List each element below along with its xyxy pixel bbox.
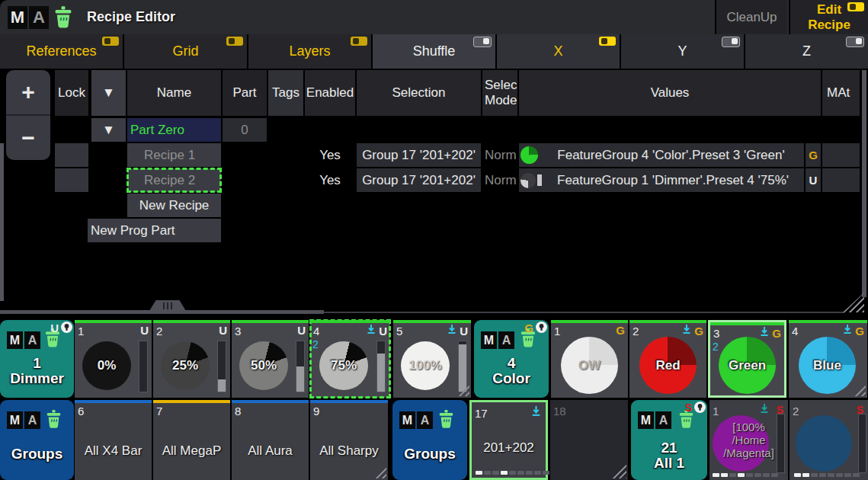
- tab-references[interactable]: References: [0, 34, 123, 69]
- row-part-zero-expand[interactable]: ▼: [91, 118, 126, 142]
- lightbulb-icon: [61, 322, 72, 336]
- row-recipe1-values[interactable]: FeatureGroup 4 'Color'.Preset 3 'Green': [519, 143, 804, 167]
- ma-logo-m: M: [7, 411, 23, 429]
- row-recipe2-name[interactable]: Recipe 2: [127, 168, 221, 192]
- row-recipe1-enabled[interactable]: Yes: [305, 143, 355, 167]
- trash-icon[interactable]: [437, 409, 456, 432]
- ma-logo-a: A: [29, 6, 49, 29]
- row-recipe1-selection[interactable]: Group 17 '201+202': [357, 143, 481, 167]
- preset-tile-color-red[interactable]: 2 G Red: [629, 320, 706, 398]
- pool-resize-handle[interactable]: [371, 463, 386, 478]
- group-label: All Aura: [232, 443, 309, 459]
- preset-circle: 50%: [239, 341, 288, 390]
- col-header-part: Part: [223, 70, 267, 116]
- pool-groups1-name: Groups: [0, 446, 74, 462]
- table-left-scrollbar[interactable]: [0, 143, 4, 301]
- preset-tile-color-blue[interactable]: 4 G Blue: [789, 320, 867, 398]
- row-recipe1-lock[interactable]: [55, 143, 88, 167]
- group-number: 17: [475, 407, 488, 420]
- group-tile-8[interactable]: 8 All Aura: [232, 400, 309, 480]
- fixture-indicator-dots: [713, 473, 778, 477]
- edit-recipe-button[interactable]: Edit Recipe: [789, 0, 868, 34]
- row-new-prog-part[interactable]: New Prog Part: [88, 219, 221, 242]
- preset-badge: U: [379, 325, 387, 338]
- preset-tile-color-ow[interactable]: 1 G OW: [551, 320, 628, 398]
- preset-tile-dimmer-1[interactable]: 1 U 0%: [75, 320, 152, 398]
- pool-header-groups-1[interactable]: MA Groups: [0, 400, 74, 480]
- col-header-tags: Tags: [268, 70, 303, 116]
- table-bottom-scrollbar-handle[interactable]: [149, 300, 186, 311]
- sequence-tile-1[interactable]: 1 S [100% /Home /Magenta]: [709, 400, 788, 480]
- preset-tile-color-green[interactable]: 3 G 2 Green: [708, 320, 786, 398]
- sequence-fader: [777, 414, 785, 473]
- tab-grid-toggle-icon: [226, 37, 243, 46]
- group-number: 7: [156, 405, 162, 418]
- pool-header-sequences[interactable]: MA S 21 All 1: [631, 400, 707, 480]
- pool-header-dimmer[interactable]: MA U 1 Dimmer: [0, 320, 74, 398]
- table-resize-handle[interactable]: [843, 293, 864, 312]
- preset-label: 100%: [408, 358, 441, 373]
- preset-fader: [376, 341, 386, 392]
- ma-logo-a: A: [655, 411, 671, 429]
- col-header-enabled: Enabled: [305, 70, 355, 116]
- trash-icon[interactable]: [44, 409, 63, 432]
- pool-groups2-name: Groups: [392, 446, 467, 462]
- lightbulb-icon: [536, 322, 547, 336]
- sequence-fader: [858, 414, 866, 473]
- sequence-circle: [796, 415, 852, 472]
- remove-row-button[interactable]: −: [6, 116, 50, 160]
- col-header-expand[interactable]: ▼: [91, 70, 126, 116]
- tab-x-toggle-icon: [599, 37, 616, 46]
- table-right-scrollbar[interactable]: [862, 70, 866, 297]
- ma-logo-m: M: [399, 411, 415, 429]
- pool-resize-handle[interactable]: [850, 381, 866, 396]
- cleanup-button[interactable]: CleanUp: [715, 0, 787, 34]
- tab-y[interactable]: Y: [621, 34, 744, 69]
- row-recipe1-matricks[interactable]: [822, 143, 860, 167]
- pool-header-groups-2[interactable]: MA Groups: [392, 400, 467, 480]
- row-recipe1-name[interactable]: Recipe 1: [127, 143, 221, 167]
- group-tile-17[interactable]: 17 201+202: [469, 400, 548, 480]
- trash-icon[interactable]: [52, 5, 75, 32]
- row-recipe2-values[interactable]: FeatureGroup 1 'Dimmer'.Preset 4 '75%': [519, 168, 804, 192]
- group-tile-18-empty[interactable]: 18: [550, 400, 628, 480]
- row-recipe1-sel-mode[interactable]: Norm: [482, 143, 517, 167]
- row-recipe2-enabled[interactable]: Yes: [305, 168, 355, 192]
- preset-circle: 25%: [161, 341, 210, 390]
- col-header-lock: Lock: [55, 70, 88, 116]
- pool-resize-handle[interactable]: [610, 462, 626, 478]
- add-row-button[interactable]: +: [6, 70, 50, 116]
- download-icon: [759, 403, 770, 417]
- preset-tile-dimmer-5[interactable]: 5 U 100%: [393, 320, 471, 398]
- tab-layers[interactable]: Layers: [248, 34, 371, 69]
- pool-header-color[interactable]: MA G 4 Color: [474, 320, 549, 398]
- group-number: 8: [235, 405, 241, 418]
- ma-logo: MA: [638, 411, 671, 429]
- preset-fader: [139, 341, 148, 392]
- preset-tile-dimmer-3[interactable]: 3 U 50%: [232, 320, 309, 398]
- group-tile-6[interactable]: 6 All X4 Bar: [75, 400, 152, 480]
- pool-sequences-badge: S: [685, 402, 692, 414]
- row-recipe2-matricks[interactable]: [822, 168, 860, 192]
- preset-circle: 100%: [401, 341, 450, 390]
- group-tile-9[interactable]: 9 All Sharpy: [310, 400, 388, 480]
- row-part-zero-part[interactable]: 0: [223, 118, 267, 142]
- preset-tile-dimmer-2[interactable]: 2 U 25%: [153, 320, 230, 398]
- preset-label: OW: [578, 358, 601, 373]
- tab-z[interactable]: Z: [745, 34, 868, 69]
- preset-badge: G: [694, 325, 703, 338]
- preset-number: 1: [78, 325, 84, 338]
- sequence-tile-2[interactable]: 2 S: [790, 400, 868, 480]
- row-part-zero-name[interactable]: Part Zero: [127, 118, 221, 142]
- group-tile-7[interactable]: 7 All MegaP: [153, 400, 230, 480]
- row-recipe2-sel-mode[interactable]: Norm: [482, 168, 517, 192]
- preset-tile-dimmer-4[interactable]: 4 U 2 75%: [310, 320, 390, 398]
- row-recipe2-selection[interactable]: Group 17 '201+202': [357, 168, 481, 192]
- tab-x[interactable]: X: [497, 34, 620, 69]
- ma-logo-a: A: [417, 411, 433, 429]
- row-recipe2-lock[interactable]: [55, 168, 88, 192]
- tab-shuffle[interactable]: Shuffle: [373, 34, 495, 69]
- dimmer-preset-pie-icon: [520, 173, 542, 188]
- tab-grid[interactable]: Grid: [124, 34, 247, 69]
- row-new-recipe[interactable]: New Recipe: [127, 194, 221, 217]
